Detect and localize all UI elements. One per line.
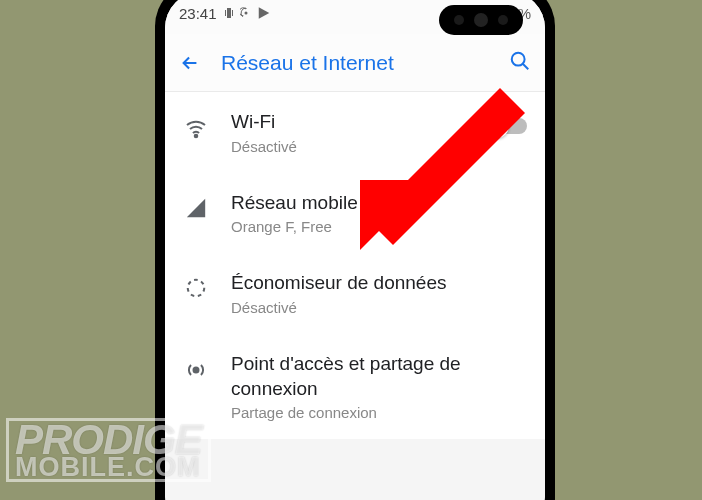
status-time: 23:41: [179, 5, 217, 22]
saver-sub: Désactivé: [231, 299, 527, 316]
app-header: Réseau et Internet: [165, 34, 545, 92]
wifi-sub: Désactivé: [231, 138, 465, 155]
hotspot-sub: Partage de connexion: [231, 404, 527, 421]
svg-point-4: [195, 135, 198, 138]
phone-screen: 23:41 75 % Réseau et Internet: [165, 0, 545, 500]
settings-list: Wi-Fi Désactivé Réseau mobile Orange F, …: [165, 92, 545, 439]
svg-point-0: [244, 12, 247, 15]
signal-icon: [185, 197, 207, 219]
data-saver-icon: [185, 277, 207, 299]
search-button[interactable]: [509, 50, 531, 76]
hotspot-label: Point d'accès et partage de connexion: [231, 352, 527, 401]
wifi-icon: [184, 116, 208, 140]
mobile-sub: Orange F, Free: [231, 218, 527, 235]
hotspot-icon: [184, 358, 208, 382]
camera-notch: [439, 5, 523, 35]
search-icon: [509, 50, 531, 72]
mobile-label: Réseau mobile: [231, 191, 527, 216]
svg-point-5: [188, 280, 205, 297]
watermark-line2: MOBILE.COM: [15, 456, 202, 479]
wifi-label: Wi-Fi: [231, 110, 465, 135]
back-button[interactable]: [179, 52, 201, 74]
phone-frame: 23:41 75 % Réseau et Internet: [155, 0, 555, 500]
vibrate-icon: [223, 7, 235, 19]
wifi-toggle[interactable]: [487, 118, 527, 134]
status-icons-left: [223, 6, 271, 20]
saver-label: Économiseur de données: [231, 271, 527, 296]
svg-point-6: [194, 368, 199, 373]
hotspot-status-icon: [240, 7, 252, 19]
page-title: Réseau et Internet: [221, 51, 489, 75]
row-mobile[interactable]: Réseau mobile Orange F, Free: [165, 173, 545, 254]
row-wifi[interactable]: Wi-Fi Désactivé: [165, 92, 545, 173]
row-hotspot[interactable]: Point d'accès et partage de connexion Pa…: [165, 334, 545, 439]
watermark: PRODIGE MOBILE.COM: [6, 418, 211, 482]
row-saver[interactable]: Économiseur de données Désactivé: [165, 253, 545, 334]
svg-point-3: [512, 52, 525, 65]
arrow-left-icon: [179, 52, 201, 74]
play-icon: [257, 6, 271, 20]
